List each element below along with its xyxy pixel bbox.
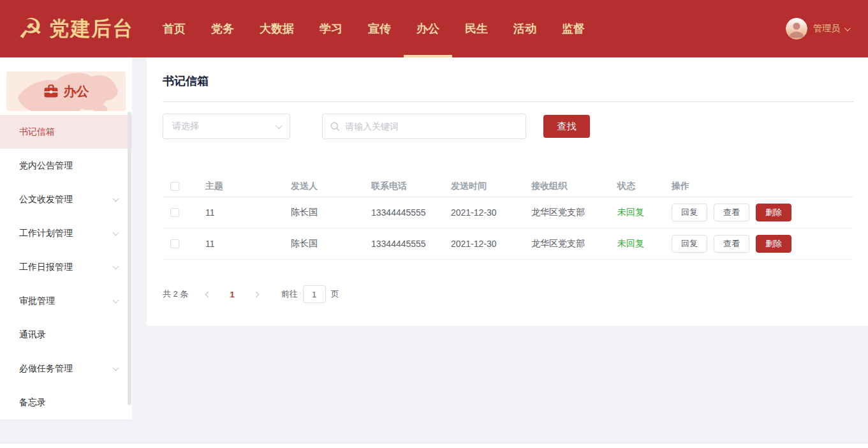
column-header-subject: 主题	[205, 181, 291, 192]
app-title: 党建后台	[49, 15, 133, 42]
cell-receiving-org: 龙华区党支部	[531, 238, 617, 250]
column-header-receiving-org: 接收组织	[531, 181, 617, 192]
user-menu[interactable]: 管理员	[786, 18, 868, 40]
sidebar-item-party-announcements[interactable]: 党内公告管理	[0, 149, 132, 183]
chevron-down-icon	[113, 297, 119, 303]
page-body: 办公 书记信箱 党内公告管理 公文收发管理 工作计划管理 工作日报管理 审批管理…	[0, 57, 868, 448]
table-header-row: 主题 发送人 联系电话 发送时间 接收组织 状态 操作	[163, 175, 853, 197]
page-unit-label: 页	[331, 288, 339, 300]
sidebar: 办公 书记信箱 党内公告管理 公文收发管理 工作计划管理 工作日报管理 审批管理…	[0, 57, 132, 419]
sidebar-item-daily-report[interactable]: 工作日报管理	[0, 250, 132, 284]
filter-bar: 请选择 查找	[163, 114, 853, 139]
reply-button[interactable]: 回复	[672, 204, 707, 221]
divider	[163, 101, 853, 102]
cell-subject: 11	[205, 207, 291, 218]
sidebar-item-required-tasks[interactable]: 必做任务管理	[0, 352, 132, 385]
pagination: 共 2 条 1 前往 页	[163, 285, 853, 303]
sidebar-item-label: 通讯录	[19, 329, 118, 341]
nav-item-big-data[interactable]: 大数据	[247, 0, 307, 57]
nav-item-livelihood[interactable]: 民生	[452, 0, 501, 57]
sidebar-item-approval[interactable]: 审批管理	[0, 284, 132, 318]
mail-table: 主题 发送人 联系电话 发送时间 接收组织 状态 操作 11 陈长国 13344…	[163, 175, 853, 260]
footer-strip	[0, 443, 868, 448]
status-badge: 未回复	[617, 207, 672, 218]
chevron-down-icon	[113, 195, 119, 202]
sidebar-item-label: 审批管理	[19, 295, 114, 307]
nav-item-supervision[interactable]: 监督	[549, 0, 598, 57]
sidebar-item-label: 党内公告管理	[19, 160, 118, 172]
app-logo: ☭ 党建后台	[0, 15, 150, 43]
goto-page-input[interactable]	[303, 285, 326, 303]
status-badge: 未回复	[617, 238, 672, 250]
cell-send-time: 2021-12-30	[451, 239, 531, 249]
chevron-down-icon	[276, 122, 283, 129]
table-row: 11 陈长国 13344445555 2021-12-30 龙华区党支部 未回复…	[163, 228, 853, 260]
category-select[interactable]: 请选择	[163, 114, 290, 139]
avatar	[786, 18, 807, 40]
search-box	[322, 114, 526, 139]
column-header-phone: 联系电话	[371, 181, 451, 192]
search-icon	[330, 122, 340, 131]
column-header-send-time: 发送时间	[451, 181, 531, 192]
total-count: 共 2 条	[163, 288, 188, 300]
goto-label: 前往	[281, 288, 298, 300]
nav-item-publicity[interactable]: 宣传	[355, 0, 404, 57]
cell-receiving-org: 龙华区党支部	[531, 207, 617, 218]
page-title: 书记信箱	[163, 57, 853, 89]
chevron-down-icon	[113, 229, 119, 235]
cell-phone: 13344445555	[371, 207, 451, 218]
nav-item-study[interactable]: 学习	[307, 0, 355, 57]
sidebar-item-secretary-mailbox[interactable]: 书记信箱	[0, 115, 132, 149]
sidebar-item-label: 工作日报管理	[19, 262, 114, 273]
chevron-down-icon	[844, 25, 851, 31]
prev-page-icon[interactable]	[205, 291, 212, 297]
page-number-current[interactable]: 1	[230, 290, 234, 299]
row-checkbox[interactable]	[170, 239, 179, 248]
sidebar-item-label: 工作计划管理	[19, 228, 114, 239]
sidebar-item-work-plan[interactable]: 工作计划管理	[0, 216, 132, 250]
nav-item-home[interactable]: 首页	[150, 0, 198, 57]
sidebar-item-label: 公文收发管理	[19, 194, 114, 205]
sidebar-item-memo[interactable]: 备忘录	[0, 385, 132, 419]
briefcase-icon	[43, 84, 59, 98]
column-header-sender: 发送人	[291, 181, 371, 192]
chevron-down-icon	[113, 263, 119, 269]
sidebar-item-document-dispatch[interactable]: 公文收发管理	[0, 183, 132, 216]
cell-sender: 陈长国	[291, 238, 371, 250]
nav-item-activities[interactable]: 活动	[501, 0, 549, 57]
user-name: 管理员	[813, 23, 840, 34]
sidebar-section-label: 办公	[64, 83, 89, 100]
sidebar-item-label: 必做任务管理	[19, 363, 114, 375]
select-placeholder: 请选择	[172, 121, 276, 132]
reply-button[interactable]: 回复	[672, 235, 707, 253]
column-header-status: 状态	[617, 181, 672, 192]
cell-subject: 11	[205, 239, 291, 249]
cell-phone: 13344445555	[371, 239, 451, 249]
view-button[interactable]: 查看	[714, 235, 749, 253]
cell-send-time: 2021-12-30	[451, 207, 531, 218]
sidebar-item-contacts[interactable]: 通讯录	[0, 318, 132, 352]
sidebar-item-label: 备忘录	[19, 397, 118, 408]
app-header: ☭ 党建后台 首页 党务 大数据 学习 宣传 办公 民生 活动 监督 管理员	[0, 0, 868, 57]
cell-sender: 陈长国	[291, 207, 371, 218]
main-nav: 首页 党务 大数据 学习 宣传 办公 民生 活动 监督	[150, 0, 598, 57]
row-checkbox[interactable]	[170, 208, 179, 217]
select-all-checkbox[interactable]	[170, 182, 179, 191]
column-header-actions: 操作	[672, 181, 853, 192]
content-panel: 书记信箱 请选择 查找 主题 发送人 联系电话 发送时间	[147, 57, 868, 325]
chevron-down-icon	[113, 364, 119, 371]
sidebar-menu: 书记信箱 党内公告管理 公文收发管理 工作计划管理 工作日报管理 审批管理 通讯…	[0, 115, 132, 419]
sidebar-section-header: 办公	[6, 71, 126, 111]
sidebar-scrollbar[interactable]	[128, 112, 131, 405]
search-button[interactable]: 查找	[543, 115, 590, 138]
table-row: 11 陈长国 13344445555 2021-12-30 龙华区党支部 未回复…	[163, 197, 853, 228]
search-input[interactable]	[345, 121, 518, 131]
view-button[interactable]: 查看	[714, 204, 749, 221]
delete-button[interactable]: 删除	[756, 204, 791, 221]
nav-item-party-affairs[interactable]: 党务	[198, 0, 247, 57]
delete-button[interactable]: 删除	[756, 235, 791, 253]
sidebar-item-label: 书记信箱	[19, 126, 118, 138]
nav-item-office[interactable]: 办公	[404, 0, 452, 57]
party-emblem-icon: ☭	[18, 15, 43, 43]
next-page-icon[interactable]	[253, 291, 259, 297]
